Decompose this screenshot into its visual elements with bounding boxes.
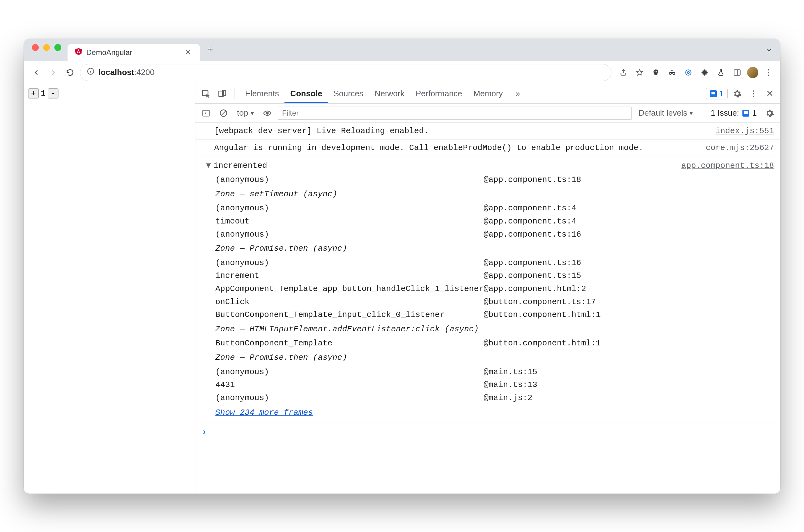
close-window-button[interactable] [32,44,39,51]
ext-eye-icon[interactable] [682,66,694,79]
maximize-window-button[interactable] [54,44,61,51]
frame-function: 4431 [215,379,484,392]
frame-function: ButtonComponent_Template_input_click_0_l… [215,308,484,322]
frame-source-link[interactable]: app.component.ts:16 [489,228,774,241]
browser-window: DemoAngular ✕ ＋ ⌄ localhos [24,39,780,494]
minimize-window-button[interactable] [43,44,50,51]
trace-source-link[interactable]: app.component.ts:18 [682,159,774,173]
devtools-tab-performance[interactable]: Performance [410,84,468,103]
issues-button[interactable]: 1 Issue: 1 [708,107,759,119]
console-toolbar: top Default levels 1 Issue: 1 [195,104,780,123]
devtools-panel: ElementsConsoleSourcesNetworkPerformance… [195,84,780,494]
extensions-icon[interactable] [698,66,711,79]
frame-source-link[interactable]: app.component.ts:4 [489,202,774,215]
profile-avatar[interactable] [747,67,758,78]
svg-rect-9 [734,70,740,75]
devtools-tab-sources[interactable]: Sources [328,84,369,103]
increment-button[interactable]: + [28,89,39,98]
ext-incognito-icon[interactable] [666,66,678,79]
new-tab-button[interactable]: ＋ [203,42,217,56]
console-settings-icon[interactable] [763,106,777,120]
frame-at: @ [484,308,489,322]
filter-input[interactable] [278,107,632,120]
frame-source-link[interactable]: main.js:2 [489,392,774,405]
tab-overflow-button[interactable]: ⌄ [764,43,774,57]
forward-button[interactable] [46,65,60,79]
devtools-close-icon[interactable]: ✕ [763,87,777,101]
log-message: Angular is running in development mode. … [214,141,700,155]
labs-icon[interactable] [714,66,727,79]
decrement-button[interactable]: - [48,89,58,98]
frame-source-link[interactable]: app.component.ts:4 [489,215,774,228]
frame-source-link[interactable]: main.ts:15 [489,366,774,379]
devtools-menu-icon[interactable] [746,87,760,101]
frame-at: @ [484,283,489,296]
log-source-link[interactable]: index.js:551 [709,125,774,138]
devtools-tab-elements[interactable]: Elements [240,84,285,103]
frame-source-link[interactable]: button.component.html:1 [489,308,774,322]
ext-skull-icon[interactable] [650,66,662,79]
frame-source-link[interactable]: app.component.ts:15 [489,269,774,283]
show-more-frames-link[interactable]: Show 234 more frames [215,404,313,420]
messages-badge[interactable]: 1 [706,88,728,99]
frame-at: @ [484,337,489,350]
counter-value: 1 [39,89,48,98]
frame-source-link[interactable]: button.component.html:1 [489,337,774,350]
frame-at: @ [484,296,489,309]
zone-frame: Zone — setTimeout (async) [215,187,774,202]
tab-strip: DemoAngular ✕ ＋ ⌄ [24,39,780,61]
clear-console-icon[interactable] [217,106,230,120]
console-sidebar-toggle-icon[interactable] [199,106,213,120]
site-info-icon[interactable] [87,67,95,77]
log-levels-selector[interactable]: Default levels [635,107,695,119]
issue-icon [742,110,749,117]
log-row: Angular is running in development mode. … [195,140,780,157]
zone-frame: Zone — HTMLInputElement.addEventListener… [215,322,774,337]
tab-title: DemoAngular [86,48,179,57]
frame-function: increment [215,269,484,283]
rendered-page: + 1 - [24,84,195,494]
reload-button[interactable] [63,65,77,79]
close-tab-button[interactable]: ✕ [183,46,193,58]
context-selector[interactable]: top [234,107,257,119]
frame-source-link[interactable]: main.ts:13 [489,379,774,392]
url-text: localhost:4200 [98,68,154,77]
frame-function: (anonymous) [215,392,484,405]
devtools-tab-network[interactable]: Network [369,84,410,103]
disclosure-triangle-icon[interactable]: ▼ [206,159,213,173]
share-icon[interactable] [617,66,630,79]
browser-tab[interactable]: DemoAngular ✕ [68,44,200,61]
frame-source-link[interactable]: app.component.ts:16 [489,256,774,270]
back-button[interactable] [30,65,43,79]
svg-point-19 [753,96,754,97]
svg-line-22 [221,111,226,115]
trace-label: incremented [213,159,682,173]
svg-point-18 [753,93,754,94]
console-prompt[interactable]: › [195,423,780,442]
angular-icon [74,48,82,58]
frame-at: @ [484,173,489,187]
devtools-tabbar: ElementsConsoleSourcesNetworkPerformance… [195,84,780,104]
address-bar[interactable]: localhost:4200 [80,64,611,81]
trace-header[interactable]: ▼ incremented app.component.ts:18 [195,157,780,174]
frame-source-link[interactable]: button.component.ts:17 [489,296,774,309]
chrome-menu-icon[interactable] [762,66,774,79]
device-toolbar-icon[interactable] [215,87,229,101]
svg-point-6 [656,71,657,72]
devtools-tab-console[interactable]: Console [285,84,328,103]
live-expression-icon[interactable] [261,106,274,120]
address-toolbar: localhost:4200 [24,61,780,84]
bookmark-icon[interactable] [633,66,646,79]
devtools-settings-icon[interactable] [730,87,744,101]
log-source-link[interactable]: core.mjs:25627 [700,141,774,155]
frame-source-link[interactable]: app.component.ts:18 [489,173,774,187]
log-message: [webpack-dev-server] Live Reloading enab… [214,125,709,138]
frame-source-link[interactable]: app.component.html:2 [489,283,774,296]
side-panel-icon[interactable] [731,66,743,79]
inspect-element-icon[interactable] [199,87,213,101]
devtools-tab-memory[interactable]: Memory [468,84,509,103]
more-tabs-icon[interactable]: » [511,87,524,101]
frame-function: onClick [215,296,484,309]
frame-at: @ [484,202,489,215]
frame-at: @ [484,392,489,405]
